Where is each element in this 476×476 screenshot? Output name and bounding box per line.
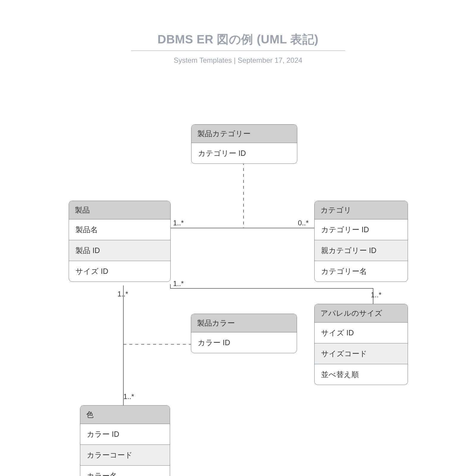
entity-product-color: 製品カラー カラー ID [191,314,297,353]
entity-row: 製品 ID [69,240,170,261]
entity-title: カテゴリ [315,201,408,219]
entity-title: 製品カテゴリー [191,125,297,143]
multiplicity-label: 1..* [173,279,184,288]
entity-row: カラー ID [191,332,297,353]
page-subtitle: System Templates | September 17, 2024 [0,56,476,65]
entity-row: 並べ替え順 [315,364,408,385]
multiplicity-label: 1..* [123,392,134,401]
entity-row: カテゴリー ID [315,219,408,240]
entity-product-category: 製品カテゴリー カテゴリー ID [191,124,297,164]
entity-row: カラー ID [80,424,170,444]
subtitle-author: System Templates [174,56,232,64]
multiplicity-label: 0..* [298,219,309,227]
entity-row: サイズ ID [69,261,170,282]
entity-title: 製品カラー [191,314,297,332]
entity-row: カテゴリー ID [191,143,297,164]
multiplicity-label: 1..* [371,291,381,299]
entity-title: アパレルのサイズ [315,304,408,322]
entity-color: 色 カラー ID カラーコード カラー名 [80,405,170,476]
multiplicity-label: 1..* [173,219,184,227]
page-title: DBMS ER 図の例 (UML 表記) [158,31,318,51]
entity-row: カテゴリー名 [315,261,408,282]
entity-category: カテゴリ カテゴリー ID 親カテゴリー ID カテゴリー名 [314,201,408,282]
entity-title: 製品 [69,201,170,219]
entity-title: 色 [80,406,170,424]
multiplicity-label: 1..* [117,290,128,298]
diagram-header: DBMS ER 図の例 (UML 表記) System Templates | … [0,31,476,65]
title-underline [131,51,345,51]
entity-row: カラーコード [80,444,170,465]
entity-row: 親カテゴリー ID [315,240,408,261]
entity-apparel-size: アパレルのサイズ サイズ ID サイズコード 並べ替え順 [314,304,408,385]
entity-product: 製品 製品名 製品 ID サイズ ID [69,201,171,282]
entity-row: 製品名 [69,219,170,240]
entity-row: サイズコード [315,343,408,364]
subtitle-date: September 17, 2024 [238,56,302,64]
entity-row: サイズ ID [315,322,408,343]
entity-row: カラー名 [80,465,170,476]
subtitle-sep: | [232,56,238,64]
